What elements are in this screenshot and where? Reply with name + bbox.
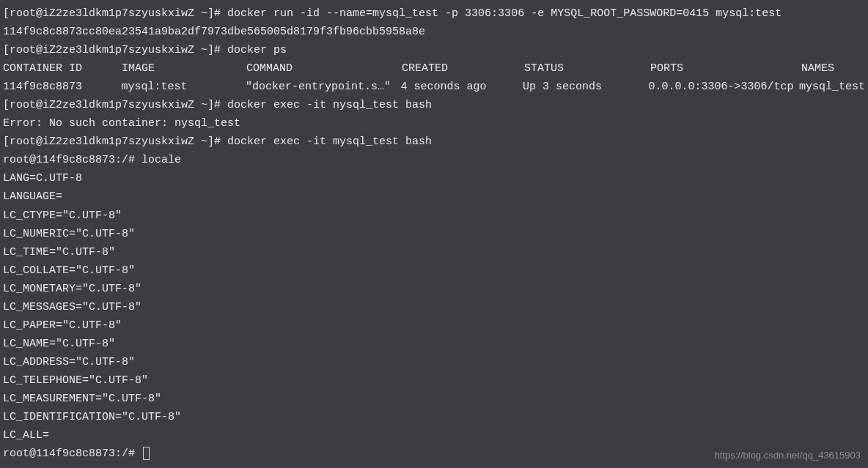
cell-ports: 0.0.0.0:3306->3306/tcp [649,78,799,96]
header-status: STATUS [524,59,650,78]
locale-numeric: LC_NUMERIC="C.UTF-8" [3,225,865,243]
cursor-icon [143,447,150,460]
command-text: docker run -id --name=mysql_test -p 3306… [227,7,781,20]
header-image: IMAGE [122,59,246,78]
shell-prompt: [root@iZ2ze3ldkm1p7szyuskxiwZ ~]# [3,99,227,111]
header-container-id: CONTAINER ID [3,59,122,78]
locale-measurement: LC_MEASUREMENT="C.UTF-8" [3,390,865,408]
command-text: locale [141,154,181,166]
table-row: 114f9c8c8873 mysql:test "docker-entrypoi… [3,78,865,96]
locale-monetary: LC_MONETARY="C.UTF-8" [3,280,865,298]
shell-prompt: [root@iZ2ze3ldkm1p7szyuskxiwZ ~]# [3,44,227,56]
cell-created: 4 seconds ago [400,78,523,96]
locale-all: LC_ALL= [3,426,865,445]
cell-command: "docker-entrypoint.s…" [246,78,400,96]
locale-lang: LANG=C.UTF-8 [3,169,865,187]
command-text: docker exec -it nysql_test bash [227,99,432,111]
locale-name: LC_NAME="C.UTF-8" [3,335,865,353]
command-line: [root@iZ2ze3ldkm1p7szyuskxiwZ ~]# docker… [3,96,865,114]
watermark-text: https://blog.csdn.net/qq_43615903 [715,447,861,464]
header-names: NAMES [801,59,834,78]
command-text: docker exec -it mysql_test bash [227,135,432,148]
error-output: Error: No such container: nysql_test [3,114,865,133]
locale-collate: LC_COLLATE="C.UTF-8" [3,261,865,280]
command-text: docker ps [227,44,287,56]
shell-prompt: root@114f9c8c8873:/# [3,154,141,166]
table-header-row: CONTAINER ID IMAGE COMMAND CREATED STATU… [3,59,865,78]
shell-prompt: [root@iZ2ze3ldkm1p7szyuskxiwZ ~]# [3,7,227,20]
cell-names: mysql_test [799,78,865,96]
locale-identification: LC_IDENTIFICATION="C.UTF-8" [3,408,865,426]
command-line: root@114f9c8c8873:/# locale [3,151,865,169]
shell-prompt: [root@iZ2ze3ldkm1p7szyuskxiwZ ~]# [3,135,227,148]
locale-telephone: LC_TELEPHONE="C.UTF-8" [3,371,865,390]
terminal-output[interactable]: [root@iZ2ze3ldkm1p7szyuskxiwZ ~]# docker… [3,4,865,463]
locale-ctype: LC_CTYPE="C.UTF-8" [3,207,865,225]
locale-messages: LC_MESSAGES="C.UTF-8" [3,298,865,316]
locale-time: LC_TIME="C.UTF-8" [3,243,865,261]
header-created: CREATED [402,59,524,78]
command-line: [root@iZ2ze3ldkm1p7szyuskxiwZ ~]# docker… [3,41,865,59]
header-command: COMMAND [246,59,402,78]
command-line: [root@iZ2ze3ldkm1p7szyuskxiwZ ~]# docker… [3,133,865,151]
header-ports: PORTS [650,59,801,78]
cell-status: Up 3 seconds [523,78,649,96]
cell-image: mysql:test [122,78,246,96]
command-line: [root@iZ2ze3ldkm1p7szyuskxiwZ ~]# docker… [3,4,865,23]
locale-address: LC_ADDRESS="C.UTF-8" [3,353,865,371]
output-container-hash: 114f9c8c8873cc80ea23541a9ba2df7973dbe565… [3,23,865,41]
locale-language: LANGUAGE= [3,187,865,206]
locale-paper: LC_PAPER="C.UTF-8" [3,316,865,335]
cell-container-id: 114f9c8c8873 [3,78,122,96]
shell-prompt: root@114f9c8c8873:/# [3,447,141,460]
